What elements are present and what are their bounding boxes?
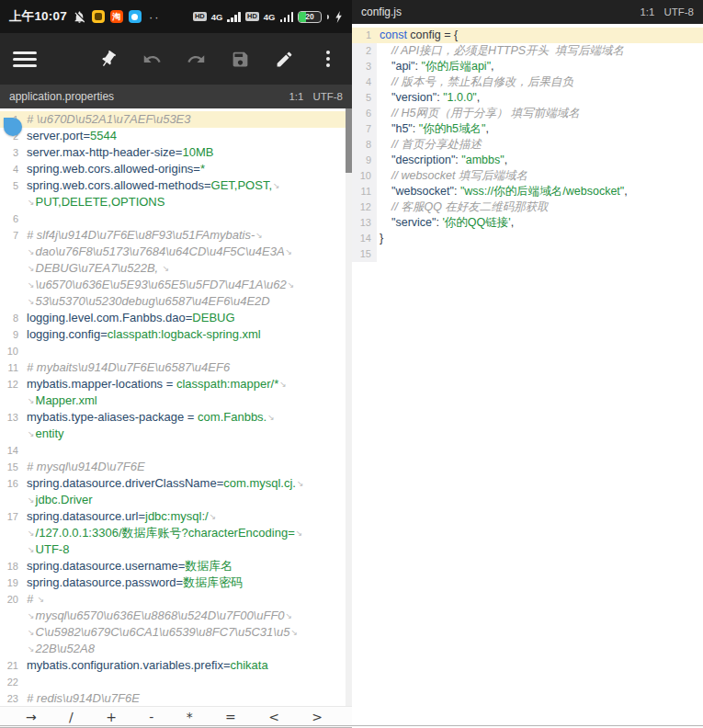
wrap-break-icon: ↘ bbox=[287, 280, 296, 290]
code-line[interactable]: 8logging.level.com.Fanbbs.dao=DEBUG bbox=[0, 310, 352, 326]
line-number: 8 bbox=[352, 137, 377, 153]
code-line[interactable]: 18spring.datasource.username=数据库名 bbox=[0, 558, 352, 574]
code-line[interactable]: 7"h5": "你的h5域名", bbox=[352, 121, 703, 137]
code-line[interactable]: 2server.port=5544 bbox=[0, 128, 352, 144]
symbol-key[interactable]: + bbox=[100, 709, 122, 725]
code-line[interactable]: 11# mybaits\u914D\u7F6E\u6587\u4EF6 bbox=[0, 359, 352, 376]
code-line[interactable]: 13mybatis.type-aliases-package = com.Fan… bbox=[0, 409, 352, 426]
code-token: "h5" bbox=[391, 122, 413, 135]
code-line[interactable]: 20# ↘ bbox=[0, 591, 352, 608]
code-line[interactable]: 12// 客服QQ 在好友二维码那获取 bbox=[352, 199, 703, 215]
code-line[interactable]: 14 bbox=[0, 442, 352, 459]
code-line[interactable]: 6// H5网页（用于分享） 填写前端域名 bbox=[352, 106, 703, 121]
symbol-key[interactable]: = bbox=[220, 709, 242, 725]
code-line[interactable]: ↘DEBUG\u7EA7\u522B, ↘ bbox=[0, 260, 352, 277]
symbol-key[interactable]: → bbox=[20, 709, 42, 725]
code-line[interactable]: 9logging.config=classpath:logback-spring… bbox=[0, 326, 352, 343]
wrap-continuation-icon: ↘ bbox=[27, 429, 36, 438]
code-token: spring.datasource.password bbox=[27, 575, 176, 589]
scrollbar-thumb[interactable] bbox=[346, 108, 352, 173]
code-line[interactable]: 5"version": "1.0.0", bbox=[352, 90, 703, 106]
symbol-key[interactable]: * bbox=[181, 709, 198, 725]
line-number: 6 bbox=[0, 210, 24, 227]
code-line[interactable]: ↘/127.0.0.1:3306/数据库账号?characterEncoding… bbox=[0, 525, 352, 541]
code-text: // 版本号，禁止私自修改，后果自负 bbox=[377, 74, 703, 90]
code-line[interactable]: ↘dao\u76F8\u5173\u7684\u64CD\u4F5C\u4E3A… bbox=[0, 244, 352, 260]
code-line[interactable]: ↘jdbc.Driver bbox=[0, 492, 352, 508]
code-token: DEBUG bbox=[192, 311, 234, 324]
menu-icon[interactable] bbox=[13, 51, 37, 67]
code-line[interactable]: 21mybatis.configuration.variables.prefix… bbox=[0, 657, 352, 674]
overflow-menu-icon[interactable] bbox=[317, 48, 339, 70]
code-line[interactable]: 4// 版本号，禁止私自修改，后果自负 bbox=[352, 74, 703, 90]
code-line[interactable]: 5spring.web.cors.allowed-methods=GET,POS… bbox=[0, 177, 352, 194]
code-line[interactable]: ↘mysql\u6570\u636E\u8868\u524D\u7F00\uFF… bbox=[0, 608, 352, 624]
code-line[interactable]: ↘53\u5370\u5230debug\u6587\u4EF6\u4E2D bbox=[0, 293, 352, 310]
code-line[interactable]: 1# \u670D\u52A1\u7AEF\u53E3 bbox=[0, 111, 352, 128]
code-line[interactable]: 11"websocket": "wss://你的后端域名/websocket", bbox=[352, 184, 703, 199]
code-line[interactable]: 1const config = { bbox=[352, 28, 703, 43]
code-token: "wss://你的后端域名/websocket" bbox=[460, 185, 624, 198]
line-number: 19 bbox=[0, 574, 24, 591]
symbol-key[interactable]: - bbox=[143, 709, 159, 725]
code-line[interactable]: 10 bbox=[0, 343, 352, 359]
code-line[interactable]: 13"service": '你的QQ链接', bbox=[352, 215, 703, 231]
line-number: 6 bbox=[352, 106, 377, 121]
wrap-break-icon: ↘ bbox=[37, 595, 46, 604]
code-line[interactable]: 3server.max-http-header-size=10MB bbox=[0, 144, 352, 161]
file-tab-left[interactable]: application.properties 1:1 UTF-8 bbox=[0, 85, 352, 108]
code-line[interactable]: 15 bbox=[352, 246, 703, 262]
hd-voice-icon: HD bbox=[245, 12, 259, 21]
wrap-break-icon: ↘ bbox=[285, 247, 294, 256]
code-line[interactable]: 2// API接口，必须是HTTPS开头 填写后端域名 bbox=[352, 43, 703, 59]
text-cursor-handle[interactable] bbox=[4, 118, 22, 136]
code-line[interactable]: 16spring.datasource.driverClassName=com.… bbox=[0, 475, 352, 492]
symbol-key[interactable]: > bbox=[306, 709, 328, 725]
code-token: server.max-http-header-size bbox=[27, 145, 176, 159]
code-line[interactable]: ↘entity bbox=[0, 426, 352, 442]
save-icon[interactable] bbox=[229, 48, 251, 70]
line-number: 11 bbox=[352, 184, 377, 199]
code-editor-right[interactable]: 1const config = {2// API接口，必须是HTTPS开头 填写… bbox=[352, 24, 703, 704]
code-token: spring.datasource.username bbox=[27, 559, 178, 573]
file-tab-right[interactable]: config.js 1:1 UTF-8 bbox=[352, 0, 703, 24]
redo-icon[interactable] bbox=[185, 48, 207, 70]
code-line[interactable]: 10// websocket 填写后端域名 bbox=[352, 168, 703, 184]
line-number: 16 bbox=[0, 475, 24, 492]
code-line[interactable]: ↘Mapper.xml bbox=[0, 392, 352, 409]
code-line[interactable]: 6 bbox=[0, 210, 352, 227]
code-line[interactable]: 3"api": "你的后端api", bbox=[352, 59, 703, 74]
wrap-break-icon: ↘ bbox=[295, 529, 304, 538]
symbol-key[interactable]: < bbox=[263, 709, 285, 725]
code-line[interactable]: 23# redis\u914D\u7F6E bbox=[0, 690, 352, 706]
code-line[interactable]: 4spring.web.cors.allowed-origins=* bbox=[0, 161, 352, 177]
code-line[interactable]: ↘PUT,DELETE,OPTIONS bbox=[0, 194, 352, 210]
wrap-continuation-icon: ↘ bbox=[27, 495, 36, 505]
code-editor-left[interactable]: 1# \u670D\u52A1\u7AEF\u53E32server.port=… bbox=[0, 108, 352, 706]
code-line[interactable]: 7# slf4j\u914D\u7F6E\u8F93\u51FAmybatis-… bbox=[0, 227, 352, 244]
code-token: const bbox=[380, 28, 407, 41]
network-type-sim1: 4G bbox=[211, 12, 223, 22]
code-line[interactable]: 12mybatis.mapper-locations = classpath:m… bbox=[0, 376, 352, 392]
encoding: UTF-8 bbox=[312, 91, 343, 102]
code-line[interactable]: 17spring.datasource.url=jdbc:mysql:/↘ bbox=[0, 508, 352, 525]
symbol-key[interactable]: / bbox=[63, 709, 79, 725]
code-line[interactable]: 19spring.datasource.password=数据库密码 bbox=[0, 574, 352, 591]
code-line[interactable]: 14} bbox=[352, 231, 703, 246]
charging-bolt-icon bbox=[335, 11, 343, 23]
scrollbar-track[interactable] bbox=[346, 108, 352, 706]
code-text: // H5网页（用于分享） 填写前端域名 bbox=[377, 106, 703, 121]
code-line[interactable]: 8// 首页分享处描述 bbox=[352, 137, 703, 153]
edit-icon[interactable] bbox=[273, 48, 295, 70]
pin-icon[interactable] bbox=[96, 48, 119, 70]
code-line[interactable]: 22 bbox=[0, 674, 352, 690]
code-line[interactable]: ↘22B\u52A8 bbox=[0, 641, 352, 657]
code-line[interactable]: ↘C\u5982\u679C\u6CA1\u6539\u8FC7\u5C31\u… bbox=[0, 624, 352, 641]
code-line[interactable]: ↘\u6570\u636E\u5E93\u65E5\u5FD7\u4F1A\u6… bbox=[0, 277, 352, 293]
code-line[interactable]: 9"description": "ambbs", bbox=[352, 153, 703, 168]
line-number: 4 bbox=[0, 161, 24, 177]
code-line[interactable]: ↘UTF-8 bbox=[0, 541, 352, 558]
undo-icon[interactable] bbox=[141, 48, 163, 70]
status-bar-right: HD 4G HD 4G 20 bbox=[193, 11, 343, 23]
code-line[interactable]: 15# mysql\u914D\u7F6E bbox=[0, 459, 352, 475]
